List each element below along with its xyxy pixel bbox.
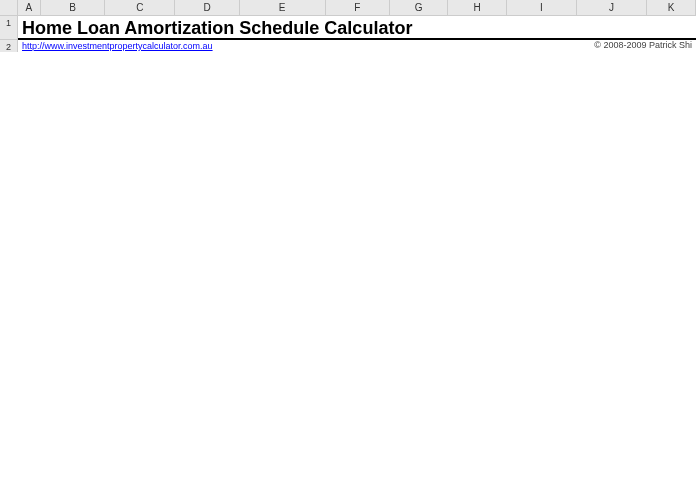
col-header[interactable]: J xyxy=(577,0,647,15)
col-header[interactable]: A xyxy=(18,0,41,15)
row-headers: 1245678910111415161718192021222324252627… xyxy=(0,16,18,52)
column-headers: ABCDEFGHIJK xyxy=(0,0,696,16)
col-header[interactable]: I xyxy=(507,0,577,15)
col-header[interactable]: F xyxy=(326,0,390,15)
row-header[interactable]: 1 xyxy=(0,16,18,40)
page-title: Home Loan Amortization Schedule Calculat… xyxy=(18,16,696,40)
col-header[interactable]: G xyxy=(390,0,448,15)
col-header[interactable]: H xyxy=(448,0,506,15)
col-header[interactable]: D xyxy=(175,0,239,15)
col-header[interactable]: E xyxy=(240,0,326,15)
col-header[interactable]: C xyxy=(105,0,175,15)
col-header[interactable]: K xyxy=(647,0,696,15)
row-header[interactable]: 2 xyxy=(0,40,18,52)
col-header[interactable]: B xyxy=(41,0,105,15)
copyright: © 2008-2009 Patrick Shi xyxy=(594,40,692,50)
